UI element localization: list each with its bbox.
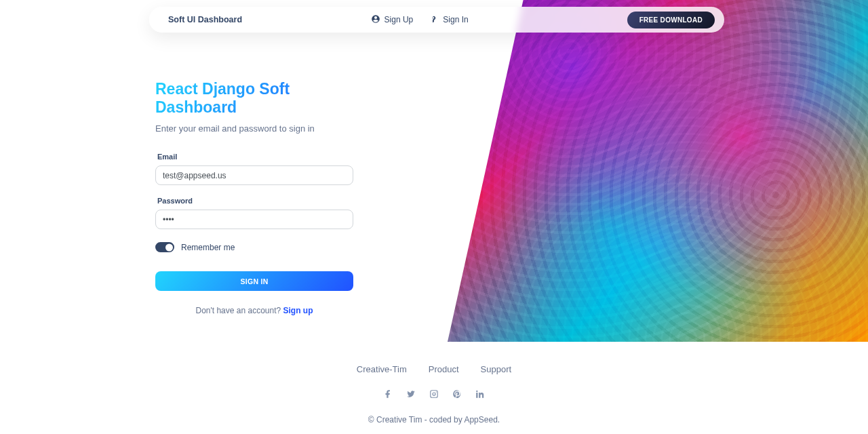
password-input[interactable] — [155, 210, 353, 229]
email-input[interactable] — [155, 165, 353, 185]
footer-link-product[interactable]: Product — [429, 364, 459, 374]
free-download-button[interactable]: FREE DOWNLOAD — [627, 12, 715, 28]
footer-link-creative-tim[interactable]: Creative-Tim — [357, 364, 407, 374]
signup-prompt: Don't have an account? Sign up — [155, 306, 353, 315]
nav-signup-label: Sign Up — [384, 15, 414, 24]
remember-label: Remember me — [181, 243, 235, 252]
email-label: Email — [157, 153, 359, 161]
remember-toggle[interactable] — [155, 242, 174, 252]
nav-signup[interactable]: Sign Up — [371, 14, 414, 26]
signin-panel: React Django Soft Dashboard Enter your e… — [155, 80, 359, 315]
key-icon — [429, 14, 439, 26]
signin-button[interactable]: SIGN IN — [155, 271, 353, 291]
linkedin-icon[interactable] — [475, 389, 485, 401]
signup-prompt-text: Don't have an account? — [195, 306, 283, 315]
copyright-text: © Creative Tim - coded by AppSeed. — [0, 415, 868, 425]
pinterest-icon[interactable] — [452, 389, 462, 401]
nav-signin[interactable]: Sign In — [429, 14, 468, 26]
nav-signin-label: Sign In — [443, 15, 468, 24]
password-label: Password — [157, 197, 359, 205]
hero-image — [448, 0, 868, 342]
twitter-icon[interactable] — [406, 389, 416, 401]
footer-link-support[interactable]: Support — [481, 364, 512, 374]
footer: Creative-Tim Product Support © Creative … — [0, 364, 868, 425]
facebook-icon[interactable] — [383, 389, 393, 401]
brand-title: Soft UI Dashboard — [168, 15, 242, 24]
user-circle-icon — [371, 14, 380, 26]
top-nav: Soft UI Dashboard Sign Up Sign In FREE D… — [149, 7, 724, 33]
signup-link[interactable]: Sign up — [283, 306, 313, 315]
page-subtitle: Enter your email and password to sign in — [155, 123, 359, 134]
instagram-icon[interactable] — [429, 389, 439, 401]
page-title: React Django Soft Dashboard — [155, 80, 359, 117]
